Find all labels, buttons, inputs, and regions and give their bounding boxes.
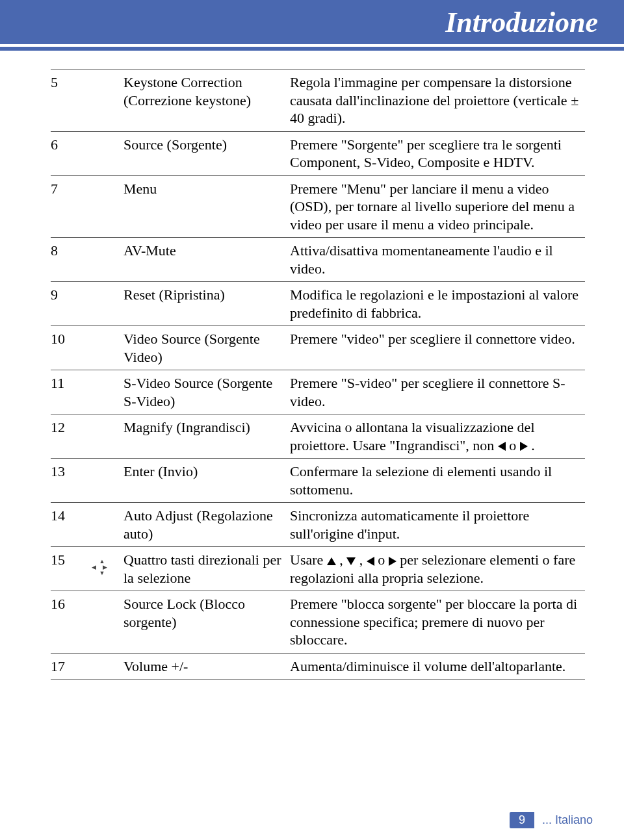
table-row: 6 Source (Sorgente) Premere "Sorgente" p… (51, 131, 585, 175)
row-number: 7 (51, 175, 84, 238)
desc-text: , (336, 552, 347, 568)
triangle-left-icon (367, 557, 374, 566)
row-number: 11 (51, 370, 84, 414)
table-row: 15 ▲◀▶▼ Quattro tasti direzionali per la… (51, 547, 585, 591)
row-number: 16 (51, 591, 84, 654)
table-row: 10 Video Source (Sorgente Video) Premere… (51, 326, 585, 370)
table-row: 16 Source Lock (Blocco sorgente) Premere… (51, 591, 585, 654)
row-name: Quattro tasti direzionali per la selezio… (124, 547, 290, 591)
desc-text: per selezionare elementi o fare regolazi… (290, 552, 575, 586)
row-desc: Aumenta/diminuisce il volume dell'altopa… (290, 653, 585, 680)
row-desc: Premere "video" per scegliere il connett… (290, 326, 585, 370)
row-icon (84, 175, 124, 238)
table-row: 11 S-Video Source (Sorgente S-Video) Pre… (51, 370, 585, 414)
triangle-left-icon (498, 442, 506, 451)
row-name: Source (Sorgente) (124, 131, 290, 175)
row-name: Auto Adjust (Regolazione auto) (124, 503, 290, 547)
row-number: 8 (51, 238, 84, 282)
dpad-icon: ▲◀▶▼ (92, 559, 112, 576)
row-name: Enter (Invio) (124, 459, 290, 503)
row-icon (84, 459, 124, 503)
row-name: Menu (124, 175, 290, 238)
row-desc: Premere "blocca sorgente" per bloccare l… (290, 591, 585, 654)
row-icon (84, 370, 124, 414)
table-row: 13 Enter (Invio) Confermare la selezione… (51, 459, 585, 503)
row-icon (84, 503, 124, 547)
triangle-right-icon (389, 557, 396, 566)
row-name: Video Source (Sorgente Video) (124, 326, 290, 370)
row-desc: Regola l'immagine per compensare la dist… (290, 70, 585, 132)
row-icon (84, 653, 124, 680)
row-number: 15 (51, 547, 84, 591)
row-desc: Premere "Sorgente" per scegliere tra le … (290, 131, 585, 175)
header-band: Introduzione (0, 0, 624, 44)
row-icon (84, 70, 124, 132)
row-icon (84, 238, 124, 282)
row-number: 6 (51, 131, 84, 175)
desc-text: o (374, 552, 389, 568)
row-number: 17 (51, 653, 84, 680)
row-icon (84, 131, 124, 175)
page-title: Introduzione (445, 6, 598, 39)
desc-text: . (528, 437, 535, 453)
row-name: Keystone Correction (Correzione keystone… (124, 70, 290, 132)
content-area: 5 Keystone Correction (Correzione keysto… (0, 51, 624, 680)
row-name: AV-Mute (124, 238, 290, 282)
row-desc: Avvicina o allontana la visualizzazione … (290, 414, 585, 459)
row-name: Volume +/- (124, 653, 290, 680)
row-icon: ▲◀▶▼ (84, 547, 124, 591)
row-name: Reset (Ripristina) (124, 282, 290, 326)
triangle-right-icon (520, 442, 528, 451)
reference-table: 5 Keystone Correction (Correzione keysto… (51, 69, 585, 680)
desc-text: Usare (290, 552, 327, 568)
row-icon (84, 282, 124, 326)
row-desc: Usare , , o per selezionare elementi o f… (290, 547, 585, 591)
table-row: 17 Volume +/- Aumenta/diminuisce il volu… (51, 653, 585, 680)
table-row: 8 AV-Mute Attiva/disattiva momentaneamen… (51, 238, 585, 282)
table-row: 5 Keystone Correction (Correzione keysto… (51, 70, 585, 132)
row-icon (84, 414, 124, 459)
row-number: 12 (51, 414, 84, 459)
desc-text: , (356, 552, 367, 568)
row-number: 5 (51, 70, 84, 132)
row-desc: Sincronizza automaticamente il proiettor… (290, 503, 585, 547)
table-row: 14 Auto Adjust (Regolazione auto) Sincro… (51, 503, 585, 547)
row-icon (84, 591, 124, 654)
table-row: 7 Menu Premere "Menu" per lanciare il me… (51, 175, 585, 238)
table-row: 12 Magnify (Ingrandisci) Avvicina o allo… (51, 414, 585, 459)
language-label: ... Italiano (534, 812, 598, 828)
page-number: 9 (510, 812, 534, 828)
row-number: 9 (51, 282, 84, 326)
triangle-up-icon (327, 557, 336, 565)
row-number: 14 (51, 503, 84, 547)
row-name: S-Video Source (Sorgente S-Video) (124, 370, 290, 414)
desc-text: o (506, 437, 520, 453)
row-name: Source Lock (Blocco sorgente) (124, 591, 290, 654)
row-name: Magnify (Ingrandisci) (124, 414, 290, 459)
triangle-down-icon (346, 557, 356, 565)
row-number: 10 (51, 326, 84, 370)
row-icon (84, 326, 124, 370)
row-desc: Premere "Menu" per lanciare il menu a vi… (290, 175, 585, 238)
row-desc: Premere "S-video" per scegliere il conne… (290, 370, 585, 414)
row-desc: Modifica le regolazioni e le impostazion… (290, 282, 585, 326)
row-desc: Attiva/disattiva momentaneamente l'audio… (290, 238, 585, 282)
row-number: 13 (51, 459, 84, 503)
row-desc: Confermare la selezione di elementi usan… (290, 459, 585, 503)
table-row: 9 Reset (Ripristina) Modifica le regolaz… (51, 282, 585, 326)
footer: 9 ... Italiano (510, 812, 598, 828)
